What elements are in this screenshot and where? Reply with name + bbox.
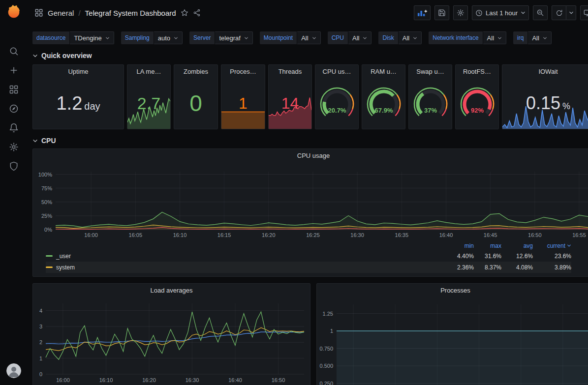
variable-value-dropdown[interactable]: All bbox=[528, 31, 551, 44]
variable-value-dropdown[interactable]: All bbox=[348, 31, 371, 44]
user-avatar[interactable] bbox=[6, 363, 21, 378]
panel-title[interactable]: CPU us… bbox=[315, 65, 358, 78]
panel-title[interactable]: Processes bbox=[317, 284, 588, 296]
legend-series-toggle[interactable]: _user bbox=[46, 253, 444, 260]
variable-value-dropdown[interactable]: telegraf bbox=[215, 31, 252, 44]
uptime-panel: Uptime1.2day bbox=[32, 64, 124, 129]
stat-value: 1.2 bbox=[56, 94, 82, 113]
star-icon[interactable] bbox=[181, 9, 188, 17]
threads-value: 14 bbox=[269, 78, 311, 129]
breadcrumb-separator: / bbox=[78, 9, 80, 17]
uptime-value: 1.2day bbox=[33, 78, 124, 129]
series-color-swatch bbox=[46, 267, 53, 268]
legend-header-label: avg bbox=[524, 242, 533, 249]
panel-title[interactable]: IOWait bbox=[502, 65, 588, 78]
gauge: 20.7% bbox=[315, 78, 358, 129]
svg-text:16:00: 16:00 bbox=[84, 232, 98, 238]
save-dashboard-button[interactable] bbox=[434, 5, 449, 20]
variable-value-dropdown[interactable]: TDengine bbox=[70, 31, 114, 44]
variable-mountpoint: MountpointAll bbox=[260, 31, 321, 44]
search-icon[interactable] bbox=[0, 41, 28, 60]
variable-value-dropdown[interactable]: auto bbox=[154, 31, 183, 44]
create-plus-icon[interactable] bbox=[0, 60, 28, 80]
refresh-interval-dropdown[interactable] bbox=[566, 5, 576, 20]
tv-mode-button[interactable] bbox=[580, 5, 588, 20]
legend-row: iowait0.626%4.11%1.19%1.24% bbox=[46, 273, 571, 277]
panel-title[interactable]: RAM u… bbox=[362, 65, 405, 78]
panel-title[interactable]: CPU usage bbox=[33, 149, 588, 162]
legend-max-value: 31.6% bbox=[474, 253, 501, 260]
section-quick-overview[interactable]: Quick overview bbox=[32, 51, 588, 60]
svg-text:75%: 75% bbox=[41, 185, 52, 191]
stat-unit: day bbox=[84, 101, 100, 111]
zoom-out-button[interactable] bbox=[533, 5, 548, 20]
svg-text:0.500: 0.500 bbox=[319, 363, 333, 369]
legend-avg-value: 4.08% bbox=[501, 264, 533, 271]
variable-label: Disk bbox=[378, 31, 398, 44]
legend-max-value: 4.11% bbox=[474, 275, 501, 277]
la-me-panel: LA me…2.7 bbox=[127, 64, 171, 129]
cpu-usage-panel: CPU usage 0%25%50%75%100%16:0016:0516:10… bbox=[32, 148, 588, 277]
section-label: Quick overview bbox=[41, 52, 92, 59]
add-panel-button[interactable] bbox=[414, 5, 431, 20]
variable-value-dropdown[interactable]: All bbox=[483, 31, 506, 44]
cpu-usage-chart[interactable]: 0%25%50%75%100%16:0016:0516:1016:1516:20… bbox=[33, 162, 588, 240]
explore-compass-icon[interactable] bbox=[0, 99, 28, 118]
variable-label: Server bbox=[189, 31, 215, 44]
stat-value: 0 bbox=[189, 92, 202, 115]
legend-sort-avg[interactable]: avg bbox=[501, 242, 533, 249]
legend-series-toggle[interactable]: system bbox=[46, 264, 444, 271]
section-cpu[interactable]: CPU bbox=[32, 136, 588, 145]
panel-title[interactable]: Load averages bbox=[33, 284, 310, 296]
refresh-button[interactable] bbox=[552, 5, 566, 20]
panel-title[interactable]: Uptime bbox=[33, 65, 124, 78]
legend-sort-current[interactable]: current bbox=[533, 242, 571, 249]
chevron-down-icon bbox=[567, 242, 571, 249]
legend-row: _user4.40%31.6%12.6%23.6% bbox=[46, 250, 571, 262]
legend-header-label: max bbox=[490, 242, 501, 249]
legend-header-label: min bbox=[464, 242, 474, 249]
legend-row: system2.36%8.37%4.08%3.89% bbox=[46, 262, 571, 273]
legend-sort-max[interactable]: max bbox=[474, 242, 501, 249]
load-averages-chart[interactable]: 0123416:0016:1016:2016:3016:4016:50 bbox=[33, 296, 310, 385]
variable-cpu: CPUAll bbox=[328, 31, 372, 44]
panel-body: 67.9% bbox=[362, 78, 405, 129]
iowait-value: 0.15% bbox=[502, 78, 588, 129]
svg-text:20.7%: 20.7% bbox=[328, 107, 346, 114]
variable-value-dropdown[interactable]: All bbox=[297, 31, 320, 44]
panel-title[interactable]: Threads bbox=[269, 65, 311, 78]
bottom-row: Load averages 0123416:0016:1016:2016:301… bbox=[32, 283, 588, 385]
gauge-arc: 67.9% bbox=[363, 87, 404, 120]
variable-value-text: auto bbox=[158, 34, 170, 42]
time-range-label: Last 1 hour bbox=[486, 9, 518, 17]
dashboards-icon[interactable] bbox=[0, 80, 28, 99]
legend-series-toggle[interactable]: iowait bbox=[46, 275, 444, 277]
server-admin-shield-icon[interactable] bbox=[0, 156, 28, 176]
time-range-picker[interactable]: Last 1 hour bbox=[472, 5, 529, 20]
dashboard-settings-button[interactable] bbox=[453, 5, 468, 20]
alerting-bell-icon[interactable] bbox=[0, 118, 28, 137]
panel-title[interactable]: Proces… bbox=[221, 65, 265, 78]
panel-title[interactable]: Swap u… bbox=[409, 65, 452, 78]
breadcrumb-title[interactable]: Telegraf System Dashboard bbox=[85, 9, 176, 17]
variable-label: datasource bbox=[32, 31, 69, 44]
clock-icon bbox=[475, 9, 483, 17]
processes-chart[interactable]: 0.2500.5000.75011.25 bbox=[317, 296, 588, 385]
chevron-down-icon bbox=[174, 34, 178, 42]
panel-title[interactable]: Zombies bbox=[174, 65, 217, 78]
share-icon[interactable] bbox=[193, 9, 201, 17]
svg-text:0.750: 0.750 bbox=[319, 346, 333, 352]
chevron-down-icon bbox=[413, 34, 417, 42]
panel-title[interactable]: RootFS… bbox=[456, 65, 498, 78]
variable-value-dropdown[interactable]: All bbox=[399, 31, 422, 44]
grafana-logo-icon[interactable] bbox=[7, 5, 21, 19]
svg-text:16:25: 16:25 bbox=[306, 232, 320, 238]
legend-sort-min[interactable]: min bbox=[444, 242, 474, 249]
svg-text:37%: 37% bbox=[424, 107, 436, 114]
configuration-gear-icon[interactable] bbox=[0, 137, 28, 156]
panel-title[interactable]: LA me… bbox=[127, 65, 170, 78]
gauge: 67.9% bbox=[362, 78, 405, 129]
legend-min-value: 2.36% bbox=[444, 264, 474, 271]
toolbar-actions: Last 1 hour bbox=[414, 5, 588, 20]
breadcrumb-folder[interactable]: General bbox=[48, 9, 74, 17]
